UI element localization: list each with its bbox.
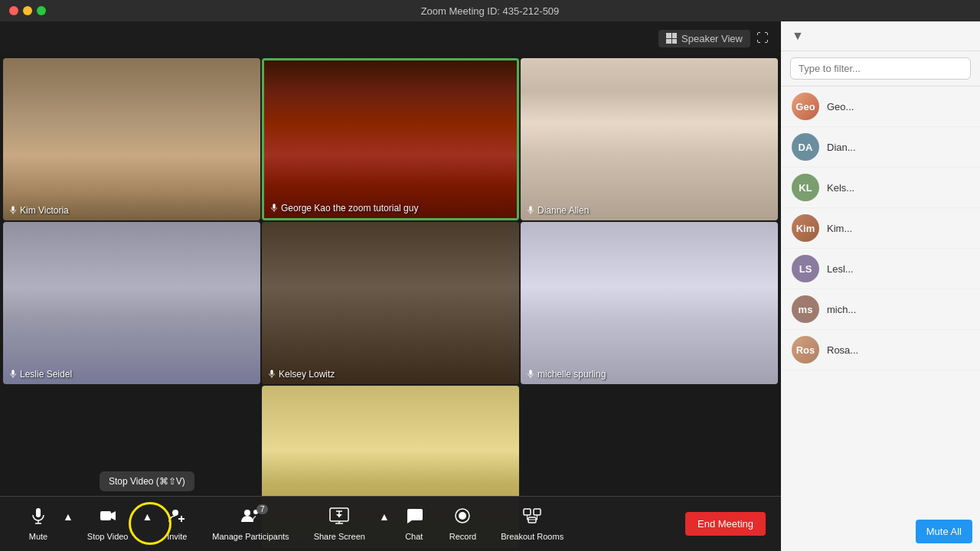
mute-button[interactable]: Mute [15,497,61,551]
speaker-view-label: Speaker View [681,33,743,44]
breakout-rooms-label: Breakout Rooms [501,532,564,541]
avatar-kim2: Kim [792,214,819,242]
participant-name-ms: mich... [827,304,856,315]
stop-video-tooltip: Stop Video (⌘⇧V) [100,471,194,491]
sidebar-item: ms mich... [781,289,980,330]
record-icon [454,507,471,529]
video-cell-george: George Kao the zoom tutorial guy [262,58,519,220]
leslie-name: Leslie Seidel [20,369,72,380]
avatar-ls: LS [792,255,819,282]
participants-list: Geo Geo... DA Dian... KL Kels... Kim Kim… [781,86,980,551]
sidebar-item: DA Dian... [781,127,980,168]
participants-sidebar: ▼ Geo Geo... DA Dian... KL Kels... Kim K… [781,21,980,551]
title-bar: Zoom Meeting ID: 435-212-509 [0,0,980,21]
svg-rect-10 [529,370,531,375]
sidebar-item: Ros Rosa... [781,330,980,370]
breakout-rooms-icon [523,507,541,524]
participant-label-george: George Kao the zoom tutorial guy [270,203,418,214]
svg-rect-2 [273,204,275,209]
invite-icon [168,507,185,529]
participant-name-kim2: Kim... [827,223,852,234]
kelsey-name: Kelsey Lowitz [279,369,335,380]
record-label: Record [449,532,476,541]
maximize-button[interactable] [37,6,46,15]
participant-label-dianne: Dianne Allen [527,205,589,216]
svg-point-19 [172,510,178,516]
video-cell-dianne: Dianne Allen [521,58,778,220]
svg-rect-4 [529,206,531,211]
avatar-ms: ms [792,295,819,323]
video-chevron[interactable]: ▲ [140,507,154,526]
stop-video-button[interactable]: Stop Video [75,497,141,551]
chat-button[interactable]: Chat [391,497,437,551]
manage-participants-label: Manage Participants [212,532,289,541]
share-screen-button[interactable]: Share Screen [302,497,377,551]
sidebar-item: LS Lesl... [781,249,980,289]
george-name: George Kao the zoom tutorial guy [281,203,418,214]
svg-rect-32 [534,509,541,515]
person-plus-icon [168,507,185,524]
svg-rect-17 [100,511,111,520]
end-meeting-button[interactable]: End Meeting [685,512,766,536]
participant-name-ls: Lesl... [827,263,854,275]
invite-label: Invite [167,532,187,541]
invite-button[interactable]: Invite [154,497,200,551]
breakout-rooms-button[interactable]: Breakout Rooms [488,497,576,551]
mute-icon [30,507,47,529]
participant-label-kim: Kim Victoria [9,205,69,216]
participant-name-geo: Geo... [827,101,854,112]
mic-icon-dianne [527,206,534,215]
mute-label: Mute [29,532,47,541]
minimize-button[interactable] [23,6,32,15]
participants-icon: 7 [240,507,260,529]
share-screen-chevron[interactable]: ▲ [377,507,391,526]
video-cell-michelle: michelle spurling [521,222,778,384]
participant-name-da: Dian... [827,142,856,153]
microphone-icon [30,507,47,524]
svg-rect-6 [11,370,14,375]
mic-icon-kelsey [268,370,276,379]
camera-icon [100,507,116,524]
michelle-name: michelle spurling [537,369,606,380]
svg-point-22 [244,510,250,516]
top-bar: Speaker View ⛶ [0,21,781,55]
dianne-name: Dianne Allen [537,205,589,216]
record-circle-icon [454,507,471,524]
kim-name: Kim Victoria [20,205,69,216]
window-title: Zoom Meeting ID: 435-212-509 [421,5,560,17]
manage-participants-button[interactable]: 7 Manage Participants [200,497,301,551]
chat-label: Chat [405,532,423,541]
speech-bubble-icon [406,507,423,524]
speaker-view-button[interactable]: Speaker View [658,30,750,47]
stop-video-label: Stop Video [87,532,129,541]
svg-rect-14 [36,508,41,517]
svg-rect-0 [11,206,14,211]
mute-chevron[interactable]: ▲ [61,507,75,526]
mute-all-button[interactable]: Mute All [916,520,972,543]
mic-icon-michelle [527,370,534,379]
avatar-kl: KL [792,174,819,201]
avatar-geo: Geo [792,93,819,120]
chat-icon [406,507,423,529]
video-cell-leslie: Leslie Seidel [3,222,260,384]
participant-label-michelle: michelle spurling [527,369,606,380]
participant-label-leslie: Leslie Seidel [9,369,72,380]
sidebar-chevron[interactable]: ▼ [792,29,804,43]
svg-rect-8 [270,370,273,375]
record-button[interactable]: Record [437,497,488,551]
participants-count: 7 [256,504,269,514]
close-button[interactable] [9,6,18,15]
expand-icon[interactable]: ⛶ [756,31,769,45]
share-screen-label: Share Screen [314,532,365,541]
sidebar-header: ▼ [781,21,980,51]
avatar-da: DA [792,133,819,161]
sidebar-search-area [781,51,980,86]
participant-label-kelsey: Kelsey Lowitz [268,369,335,380]
breakout-icon [523,507,541,529]
mic-icon-kim [9,206,17,215]
video-cell-kim: Kim Victoria [3,58,260,220]
screen-share-icon [329,507,349,524]
participant-search-input[interactable] [790,57,971,80]
share-screen-icon [329,507,349,529]
avatar-rosa: Ros [792,336,819,364]
